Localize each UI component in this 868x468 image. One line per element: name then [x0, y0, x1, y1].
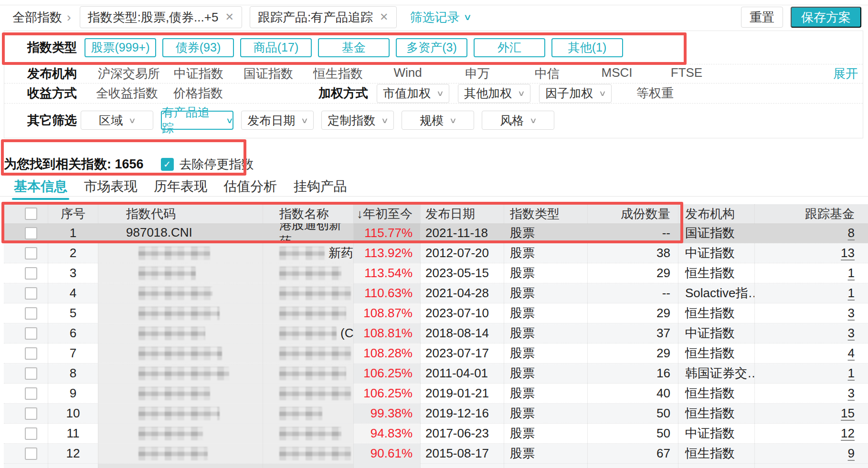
column-header[interactable]: 跟踪基金: [754, 204, 868, 223]
publisher-option[interactable]: 中证指数: [164, 65, 233, 82]
publisher-option[interactable]: 申万: [443, 65, 512, 82]
tracking-funds-link[interactable]: 13: [841, 246, 855, 260]
index-type-button[interactable]: 外汇: [474, 38, 545, 57]
row-checkbox[interactable]: [25, 427, 37, 440]
tracking-funds-link[interactable]: 12: [841, 426, 855, 441]
publisher-option[interactable]: 恒生指数: [303, 65, 373, 82]
publisher-option[interactable]: FTSE: [652, 65, 721, 82]
tracking-funds-link[interactable]: 9: [848, 446, 855, 461]
table-row[interactable]: 12 90.61% 2015-08-17 股票 67: [4, 444, 868, 464]
breadcrumb[interactable]: 全部指数: [12, 9, 62, 26]
publisher-option[interactable]: 国证指数: [233, 65, 303, 82]
censored-name-block: [279, 327, 337, 340]
filter-chip[interactable]: 跟踪产品:有产品追踪 ✕: [250, 6, 397, 28]
row-checkbox[interactable]: [25, 387, 37, 400]
table-row[interactable]: 7 108.28% 2023-07-17 股票 29: [4, 343, 868, 364]
weighting-dropdown[interactable]: 因子加权 ∨: [539, 84, 612, 103]
remove-discontinued-checkbox[interactable]: ✓: [161, 158, 174, 171]
breadcrumb-chevron-icon: ›: [67, 10, 71, 25]
equal-weight-option[interactable]: 等权重: [636, 85, 674, 102]
return-type-option[interactable]: 全收益指数: [96, 85, 158, 102]
index-type-button[interactable]: 股票(999+): [85, 38, 156, 57]
tab[interactable]: 估值分析: [222, 177, 279, 199]
return-type-option[interactable]: 价格指数: [173, 85, 223, 102]
row-checkbox[interactable]: [25, 447, 37, 460]
filter-chip[interactable]: 指数类型:股票,债券...+5 ✕: [80, 6, 242, 28]
column-header[interactable]: ↓年初至今: [353, 204, 420, 223]
column-header[interactable]: 指数名称: [263, 204, 353, 223]
other-filter-dropdowns: 区域 ∨ 有产品追踪 ∨ 发布日期 ∨ 定制指数: [81, 111, 554, 130]
publisher-option[interactable]: MSCI: [582, 65, 652, 82]
table-row[interactable]: 8 106.25% 2011-04-01 股票 16: [4, 364, 868, 384]
table-row[interactable]: 1 987018.CNI 港股通创新药 115.77% 2021-11-18: [4, 223, 868, 243]
save-plan-button[interactable]: 保存方案: [791, 7, 861, 28]
censored-code-block: [138, 327, 205, 340]
tab[interactable]: 历年表现: [152, 177, 209, 199]
index-code-cell: [98, 243, 263, 263]
table-row[interactable]: 4 110.63% 2021-04-28 股票 --: [4, 283, 868, 303]
table-row[interactable]: 3 113.54% 2023-05-15 股票 29: [4, 263, 868, 283]
tracking-funds-link[interactable]: 3: [848, 386, 855, 401]
row-checkbox[interactable]: [25, 407, 37, 420]
tracking-funds-link[interactable]: 3: [848, 306, 855, 321]
close-icon[interactable]: ✕: [380, 12, 388, 22]
index-type-button[interactable]: 多资产(3): [396, 38, 467, 57]
ytd-return-cell: 99.38%: [353, 404, 420, 423]
row-checkbox[interactable]: [25, 247, 37, 260]
reset-button[interactable]: 重置: [741, 7, 783, 28]
column-header[interactable]: 成份数量: [587, 204, 678, 223]
row-checkbox[interactable]: [25, 227, 37, 239]
column-header[interactable]: 指数代码: [98, 204, 263, 223]
publisher-cell: 恒生指数: [678, 404, 754, 423]
column-header[interactable]: 指数类型: [504, 204, 587, 223]
tab[interactable]: 挂钩产品: [292, 177, 349, 199]
filter-history-link[interactable]: 筛选记录 ∨: [410, 9, 471, 26]
other-filter-dropdown[interactable]: 定制指数 ∨: [321, 111, 394, 130]
row-checkbox[interactable]: [25, 287, 37, 300]
ytd-return-cell: 94.83%: [353, 424, 420, 443]
tracking-funds-link[interactable]: 8: [848, 226, 855, 240]
table-row[interactable]: 11 94.83% 2017-06-23 股票 50: [4, 424, 868, 444]
tracking-funds-link[interactable]: 4: [848, 346, 855, 361]
tracking-funds-link[interactable]: 1: [848, 266, 855, 281]
index-type-button[interactable]: 其他(1): [551, 38, 623, 57]
weighting-dropdown[interactable]: 其他加权 ∨: [458, 84, 530, 103]
row-checkbox[interactable]: [25, 347, 37, 360]
column-header[interactable]: 发布日期: [420, 204, 504, 223]
index-type-button[interactable]: 基金: [318, 38, 390, 57]
select-all-checkbox[interactable]: [25, 208, 37, 220]
tab[interactable]: 基本信息: [12, 177, 69, 199]
table-row[interactable]: 6 (CNY) 108.81% 2018-08-14 股票: [4, 323, 868, 343]
table-row[interactable]: 10 99.38% 2019-12-16 股票 50: [4, 404, 868, 424]
row-checkbox[interactable]: [25, 367, 37, 380]
tracking-funds-link[interactable]: 15: [841, 406, 855, 421]
expand-link[interactable]: 展开: [833, 65, 858, 82]
tracking-funds-link[interactable]: 1: [848, 286, 855, 301]
weighting-dropdown[interactable]: 市值加权 ∨: [377, 84, 449, 103]
index-type-button[interactable]: 债券(93): [162, 38, 234, 57]
publisher-option[interactable]: 中信: [512, 65, 582, 82]
close-icon[interactable]: ✕: [225, 12, 233, 22]
index-type-button[interactable]: 商品(17): [240, 38, 312, 57]
other-filter-dropdown[interactable]: 发布日期 ∨: [241, 111, 314, 130]
column-header[interactable]: 序号: [48, 204, 98, 223]
tracking-funds-link[interactable]: 1: [848, 366, 855, 381]
table-row[interactable]: 5 108.87% 2023-07-10 股票 29: [4, 303, 868, 323]
index-name[interactable]: 港股通创新药: [279, 223, 353, 243]
publisher-option[interactable]: Wind: [373, 65, 443, 82]
other-filter-dropdown[interactable]: 风格 ∨: [482, 111, 554, 130]
tracking-funds-link[interactable]: 3: [848, 326, 855, 341]
index-code[interactable]: 987018.CNI: [126, 225, 192, 241]
column-header[interactable]: 发布机构: [678, 204, 754, 223]
publisher-option[interactable]: 沪深交易所: [94, 65, 164, 82]
table-row[interactable]: 9 指数 106.25% 2019-01-21 股票 4: [4, 384, 868, 404]
tab[interactable]: 市场表现: [82, 177, 139, 199]
row-checkbox[interactable]: [25, 307, 37, 320]
row-index: 3: [48, 263, 98, 283]
table-row[interactable]: 2 新药 113.92% 2012-07-20 股票 3: [4, 243, 868, 263]
row-checkbox[interactable]: [25, 267, 37, 280]
other-filter-dropdown[interactable]: 有产品追踪 ∨: [161, 111, 233, 130]
other-filter-dropdown[interactable]: 规模 ∨: [402, 111, 474, 130]
row-checkbox[interactable]: [25, 327, 37, 340]
other-filter-dropdown[interactable]: 区域 ∨: [81, 111, 153, 130]
